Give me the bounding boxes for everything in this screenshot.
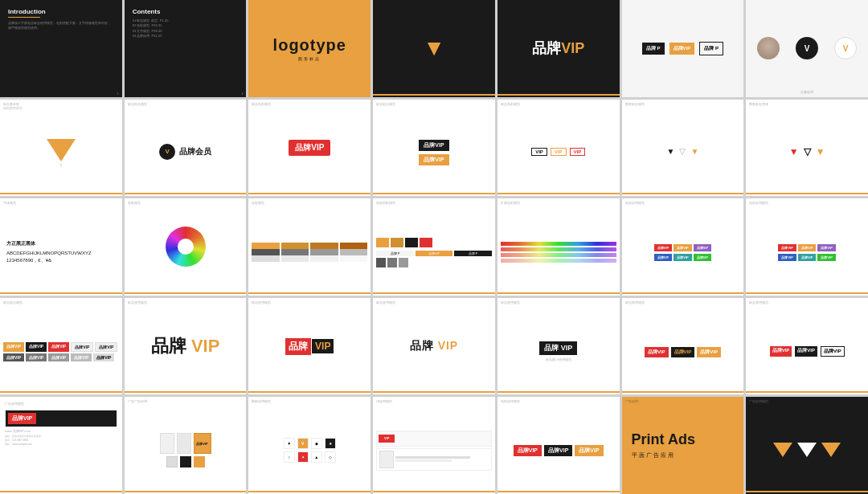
bv3-row: 品牌VIP 品牌VIP 品牌VIP — [514, 445, 604, 456]
logotype-text: logotype — [273, 36, 346, 55]
chip-row2: 品牌VIP 品牌VIP 品牌VIP — [654, 254, 711, 261]
bar-orange3 — [310, 243, 338, 249]
brand-member-text: 品牌会员 — [179, 146, 211, 157]
brand-url-row: www.品牌VIP.com — [5, 429, 117, 433]
cell-brand-3color: 色彩应用规范 品牌VIP 品牌VIP 品牌VIP — [497, 397, 620, 494]
brand-strips-container: 品牌VIP 品牌VIP 品牌VIP 品牌VIP 品牌VIP 品牌VIP 品牌VI… — [3, 342, 119, 361]
r4c5-label: 标志使用规范 — [501, 300, 520, 305]
vip-sm2: VIP — [551, 148, 567, 156]
vip-red-badge: 品牌VIP — [289, 140, 330, 156]
r2c5-label: 标志色彩规范 — [501, 102, 520, 107]
ui-line2 — [395, 459, 451, 462]
variant-outline: 品牌 P — [699, 42, 723, 55]
sw3 — [405, 238, 418, 247]
cell-logotype: logotype 图形标志 — [248, 0, 371, 97]
r2c7-label: 图形标志变体 — [749, 102, 768, 107]
vip-pair-container: 品牌VIP 品牌VIP — [419, 140, 448, 165]
bottom-bar — [248, 94, 371, 96]
bottom-bar-r4c5 — [497, 391, 620, 393]
cell-logo-variants: 品牌 P 品牌VIP 品牌 P — [622, 0, 744, 97]
chip-row1: 品牌VIP 品牌VIP 品牌VIP — [654, 244, 711, 251]
cell-vip-red: 标志色彩规范 品牌VIP — [248, 100, 371, 197]
brand-3color-container: 品牌VIP 品牌VIP 品牌VIP — [514, 445, 604, 456]
r2c4-label: 标志组合规范 — [376, 102, 395, 107]
cell-mockup-pages: 广告广告应用 品牌VIP — [125, 397, 247, 494]
rainbow3 — [501, 253, 616, 257]
r4c4-label: 标志使用规范 — [376, 300, 395, 305]
color-wheel-inner — [178, 239, 194, 255]
bottom-bar-r4c4 — [373, 391, 495, 393]
variant-orange: 品牌VIP — [669, 43, 695, 55]
r5c1-content: 品牌VIP www.品牌VIP.com 地址：某某省某某市某某区某某路 电话：1… — [5, 410, 117, 446]
cell-brand-vip-outlined: 标志使用规范 品牌 VIP — [373, 298, 495, 395]
brand-member-container: V 品牌会员 — [159, 144, 211, 160]
bar-row1 — [252, 243, 367, 249]
bar-light4 — [340, 255, 367, 262]
bv-dark: 品牌VIP — [419, 140, 448, 151]
bottom-bar-r5c1 — [0, 491, 122, 492]
avatar-dark: V — [796, 37, 818, 59]
ui-nav-brand: VIP — [379, 435, 395, 443]
bottom-bar-r2c2 — [125, 193, 247, 194]
main-grid: Introduction 品牌设计手册包含标志使用规范，色彩搭配方案，文字排版规… — [0, 0, 868, 494]
r2c1-label: 标志基本形辅助图形规范 — [3, 102, 23, 111]
bottom-bar-r2c1 — [0, 193, 122, 194]
v-triangle — [47, 139, 76, 161]
avatar-light: V — [834, 37, 857, 59]
bvs-box: 品牌 VIP — [539, 341, 577, 355]
r2c2-label: 标志组合规范 — [128, 102, 147, 107]
ui-content — [376, 448, 492, 471]
bottom-bar-r2c5 — [497, 193, 620, 194]
cell-brand-member: 标志组合规范 V 品牌会员 — [125, 100, 247, 197]
bvo-text: 品牌 VIP — [410, 339, 458, 353]
bvv-dark1: 品牌VIP — [671, 347, 695, 357]
chip-purple: 品牌VIP — [694, 244, 711, 251]
r3c2-label: 色彩规范 — [128, 201, 141, 206]
brand-big-vip: VIP — [186, 336, 220, 356]
pl3: 品牌 P — [454, 251, 492, 256]
cell-brand-guideline: 广告应用规范 品牌VIP www.品牌VIP.com 地址：某某省某某市某某区某… — [0, 397, 122, 494]
brand-info: 地址：某某省某某市某某区某某路 电话：123-4567-8901 网址：www.… — [5, 435, 41, 446]
rainbow1 — [501, 242, 616, 246]
mockup-row1: 品牌VIP — [160, 433, 211, 454]
brand-vip-heading: 品牌VIP — [532, 39, 584, 58]
bv3-dark: 品牌VIP — [544, 445, 572, 456]
logotype-sub: 图形标志 — [298, 56, 321, 61]
bottom-bar-r4c1 — [0, 391, 122, 393]
bstrip-o1: 品牌VIP — [3, 342, 24, 352]
v-row1: ▼ ▽ ▼ — [789, 146, 825, 157]
icon-grid-container: ▼ V ◆ ★ ○ ✦ ▲ ◇ — [282, 436, 338, 464]
chips-container: 品牌VIP 品牌VIP 品牌VIP 品牌VIP 品牌VIP 品牌VIP — [654, 244, 711, 261]
vip-label: VIP — [561, 40, 584, 56]
bvv-container: 品牌VIP 品牌VIP 品牌VIP — [645, 347, 721, 357]
palette-row1 — [376, 238, 492, 247]
chip-red: 品牌VIP — [654, 244, 672, 251]
chips2-container: 品牌VIP 品牌VIP 品牌VIP 品牌VIP 品牌VIP 品牌VIP — [778, 244, 835, 261]
cell-v-icons-more: 图形标志变体 ▼ ▽ ▼ — [746, 100, 868, 197]
cell-vip-small: 标志色彩规范 VIP VIP VIP — [497, 100, 620, 197]
final-v-container — [773, 443, 841, 457]
palette-container: 品牌 P 品牌VIP 品牌 P — [376, 238, 492, 267]
intro-title: Introduction — [8, 8, 46, 15]
bv3-orange: 品牌VIP — [575, 445, 603, 456]
cell-rainbow-bars: 扩展色彩规范 — [497, 198, 620, 296]
ui-card — [379, 451, 394, 468]
bar-row3 — [252, 255, 367, 262]
cell-brand-big: 标志使用规范 品牌 VIP — [125, 298, 247, 395]
r5c5-label: 色彩应用规范 — [501, 399, 520, 404]
bstrip-r1: 品牌VIP — [48, 342, 69, 352]
bvv-red1: 品牌VIP — [645, 347, 669, 357]
cell-avatars: V V 头像应用 — [746, 0, 868, 97]
ui-nav-text: VIP — [384, 436, 389, 440]
bstrip-row1: 品牌VIP 品牌VIP 品牌VIP 品牌VIP 品牌VIP — [3, 342, 119, 352]
r3c5-label: 扩展色彩规范 — [501, 201, 520, 206]
bottom-bar-r2c4 — [373, 193, 495, 194]
v-icon1: ▼ — [667, 147, 675, 156]
v-red: ▼ — [789, 146, 799, 157]
v-orange2: ▼ — [816, 146, 825, 157]
typo-container: 方正黑正黑体 ABCDEFGHIJKLMNOPQRSTUVWXYZ1234567… — [6, 240, 92, 264]
r5c2-label: 广告广告应用 — [128, 399, 147, 404]
bvv-row1: 品牌VIP 品牌VIP 品牌VIP — [645, 347, 721, 357]
chip2-orange: 品牌VIP — [798, 244, 816, 251]
mockup-sq3 — [194, 456, 205, 467]
